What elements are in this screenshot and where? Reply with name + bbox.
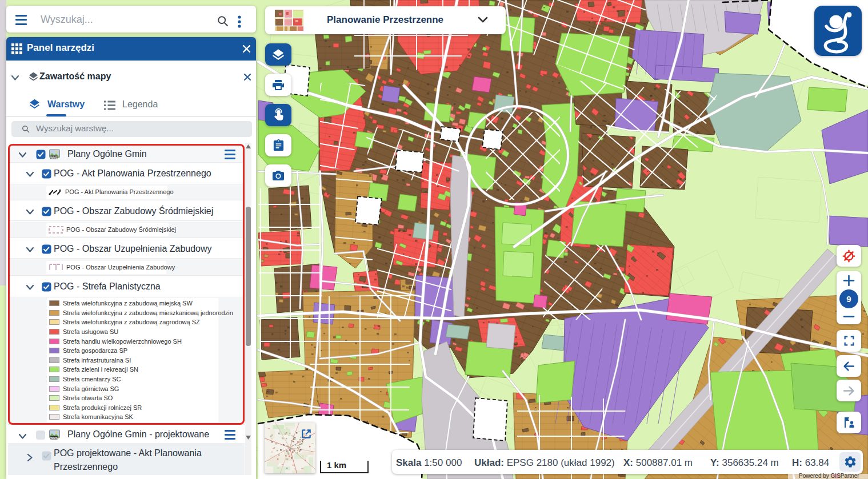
svg-text:WMS: WMS: [50, 156, 58, 159]
svg-text:WMS: WMS: [50, 436, 58, 440]
